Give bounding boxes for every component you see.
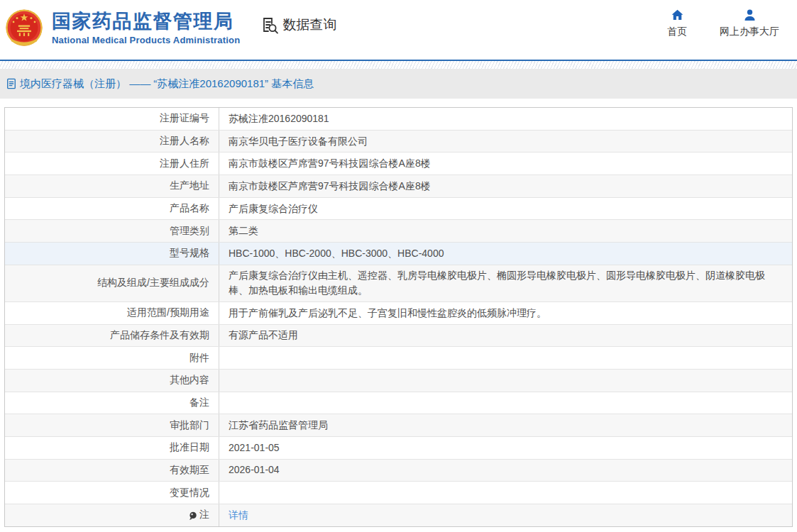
table-row: 附件 [5,347,792,370]
row-value: 详情 [219,504,792,526]
row-label: 注 [5,504,219,526]
row-label: 管理类别 [5,220,219,242]
row-value: 用于产前催乳及产后泌乳不足、子宫复旧和慢性盆腔炎的低频脉冲理疗。 [219,302,792,324]
data-query-tab[interactable]: 数据查询 [260,16,336,35]
table-row: 注册证编号 苏械注准20162090181 [5,108,792,131]
page: 国家药品监督管理局 National Medical Products Admi… [0,0,797,532]
row-value: 江苏省药品监督管理局 [219,414,792,436]
row-label: 其他内容 [5,370,219,392]
brand-text: 国家药品监督管理局 National Medical Products Admi… [52,11,240,46]
hatch-band [0,61,797,69]
row-label: 适用范围/预期用途 [5,302,219,324]
row-value: 2021-01-05 [219,437,792,459]
table-row: 结构及组成/主要组成成分 产后康复综合治疗仪由主机、遥控器、乳房导电橡胶电极片、… [5,265,792,302]
row-value: 产后康复综合治疗仪由主机、遥控器、乳房导电橡胶电极片、椭圆形导电橡胶电极片、圆形… [219,265,792,301]
top-nav: 首页 网上办事大厅 [667,8,779,38]
row-value: 产后康复综合治疗仪 [219,198,792,220]
row-label: 产品储存条件及有效期 [5,325,219,347]
document-icon [6,78,16,89]
note-label: 注 [199,509,209,521]
table-row: 审批部门 江苏省药品监督管理局 [5,414,792,437]
row-value [219,392,792,414]
table-row: 批准日期 2021-01-05 [5,437,792,460]
table-row: 产品储存条件及有效期 有源产品不适用 [5,325,792,348]
row-label: 注册人住所 [5,153,219,174]
table-row: 有效期至 2026-01-04 [5,460,792,482]
row-value: 第二类 [219,220,792,242]
row-label: 注册证编号 [5,108,219,130]
table-row: 产品名称 产后康复综合治疗仪 [5,198,792,221]
row-label: 型号规格 [5,243,219,265]
note-icon [188,511,197,521]
data-query-label: 数据查询 [282,16,336,34]
row-value: 有源产品不适用 [219,325,792,347]
row-value [219,482,792,504]
table-row: 备注 [5,392,792,415]
table-row-highlighted: 型号规格 HBC-1000、HBC-2000、HBC-3000、HBC-4000 [5,243,792,265]
row-label: 变更情况 [5,482,219,504]
table-row: 注册人名称 南京华贝电子医疗设备有限公司 [5,131,792,153]
nav-service-hall-label: 网上办事大厅 [720,26,779,38]
brand-link[interactable]: 国家药品监督管理局 National Medical Products Admi… [4,8,240,49]
row-label: 结构及组成/主要组成成分 [5,265,219,301]
nav-home-label: 首页 [667,26,687,38]
row-value [219,347,792,369]
table-row: 管理类别 第二类 [5,220,792,243]
table-row-note: 注 详情 [5,504,792,526]
row-value: 南京市鼓楼区芦席营97号科技园综合楼A座8楼 [219,153,792,174]
breadcrumb: 境内医疗器械（注册） —— “苏械注准20162090181” 基本信息 [0,69,797,99]
breadcrumb-text: 境内医疗器械（注册） —— “苏械注准20162090181” 基本信息 [20,77,314,91]
user-icon [742,8,757,23]
detail-link[interactable]: 详情 [229,508,248,523]
site-subtitle: National Medical Products Administration [52,35,240,45]
row-value: 南京市鼓楼区芦席营97号科技园综合楼A座8楼 [219,175,792,197]
row-label: 审批部门 [5,414,219,436]
row-value: 苏械注准20162090181 [219,108,792,130]
nav-service-hall[interactable]: 网上办事大厅 [720,8,779,38]
doc-search-icon [260,16,279,35]
row-value: 2026-01-04 [219,460,792,482]
table-row: 适用范围/预期用途 用于产前催乳及产后泌乳不足、子宫复旧和慢性盆腔炎的低频脉冲理… [5,302,792,325]
row-label: 批准日期 [5,437,219,459]
nav-home[interactable]: 首页 [667,8,687,38]
national-emblem-icon [4,8,45,49]
table-row: 变更情况 [5,482,792,504]
row-label: 注册人名称 [5,131,219,153]
info-table: 注册证编号 苏械注准20162090181 注册人名称 南京华贝电子医疗设备有限… [4,107,793,527]
row-label: 有效期至 [5,460,219,482]
row-label: 生产地址 [5,175,219,197]
row-value: 南京华贝电子医疗设备有限公司 [219,131,792,153]
row-label: 附件 [5,347,219,369]
table-row: 生产地址 南京市鼓楼区芦席营97号科技园综合楼A座8楼 [5,175,792,198]
table-row: 其他内容 [5,370,792,392]
row-value [219,370,792,392]
home-icon [670,8,685,23]
table-row: 注册人住所 南京市鼓楼区芦席营97号科技园综合楼A座8楼 [5,153,792,175]
site-header: 国家药品监督管理局 National Medical Products Admi… [0,0,797,60]
row-label: 备注 [5,392,219,414]
row-label: 产品名称 [5,198,219,220]
site-title: 国家药品监督管理局 [52,11,240,33]
row-value: HBC-1000、HBC-2000、HBC-3000、HBC-4000 [219,243,792,265]
